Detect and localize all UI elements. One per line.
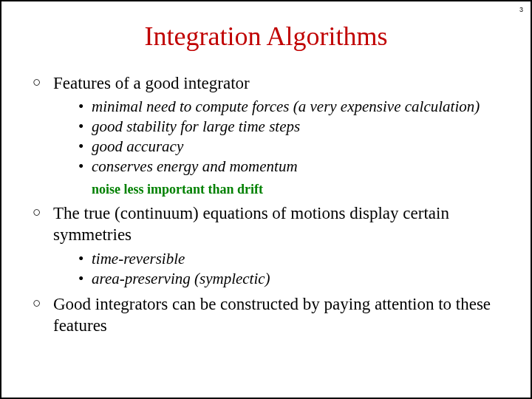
slide-frame: 3 Integration Algorithms Features of a g… — [0, 0, 532, 399]
sub-list: time-reversible area-preserving (symplec… — [53, 249, 501, 289]
list-item: Good integrators can be constructed by p… — [35, 293, 501, 337]
sub-list-item: area-preserving (symplectic) — [78, 269, 501, 289]
slide-title: Integration Algorithms — [31, 21, 501, 52]
page-number: 3 — [519, 6, 523, 13]
sub-list-item: good accuracy — [78, 137, 501, 157]
sub-list-item: time-reversible — [78, 249, 501, 269]
sub-note: noise less important than drift — [92, 181, 501, 198]
list-item: The true (continuum) equations of motion… — [35, 202, 501, 289]
list-item-text: Good integrators can be constructed by p… — [53, 295, 491, 335]
list-item: Features of a good integrator minimal ne… — [35, 72, 501, 198]
sub-list-item: good stability for large time steps — [78, 117, 501, 137]
bullet-list: Features of a good integrator minimal ne… — [31, 72, 501, 336]
list-item-text: Features of a good integrator — [53, 74, 250, 92]
sub-list: minimal need to compute forces (a very e… — [53, 97, 501, 177]
list-item-text: The true (continuum) equations of motion… — [53, 204, 449, 244]
sub-list-item: minimal need to compute forces (a very e… — [78, 97, 501, 117]
sub-list-item: conserves energy and momentum — [78, 157, 501, 177]
